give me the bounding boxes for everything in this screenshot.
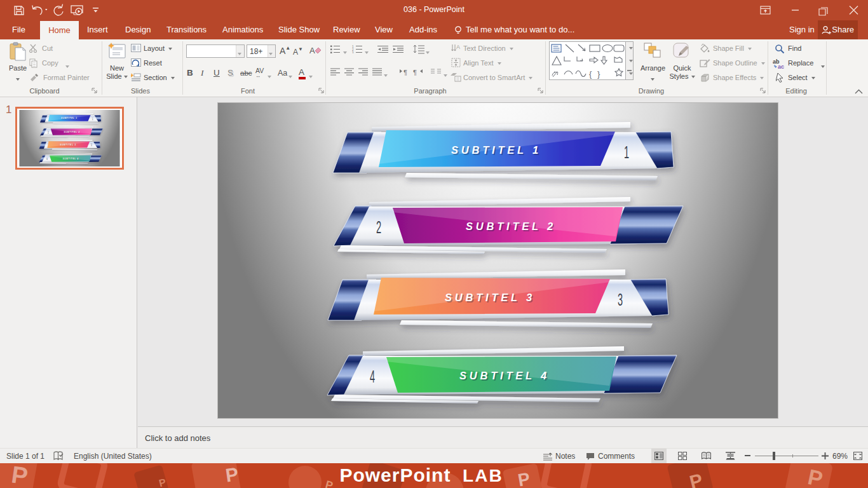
svg-text:{: { (589, 69, 592, 79)
svg-text:¶: ¶ (413, 69, 417, 76)
svg-text:A: A (456, 44, 460, 50)
svg-text:}: } (597, 69, 600, 79)
svg-text:A: A (309, 46, 315, 55)
svg-text:¶: ¶ (403, 69, 407, 76)
svg-text:ac: ac (778, 64, 784, 69)
svg-text:3: 3 (352, 51, 354, 54)
